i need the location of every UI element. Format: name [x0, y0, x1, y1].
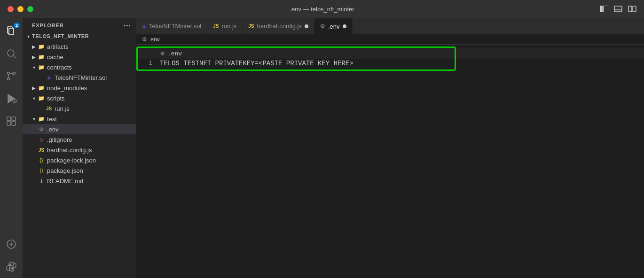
- contracts-arrow: ▾: [30, 63, 38, 71]
- git-icon: ◇: [38, 136, 45, 143]
- svg-point-10: [8, 72, 10, 75]
- svg-point-21: [10, 264, 11, 265]
- source-control-badge: 2: [14, 23, 20, 28]
- sidebar-title: Explorer: [32, 23, 64, 28]
- sidebar-item-contracts[interactable]: ▾ 📁 contracts: [23, 62, 136, 72]
- activity-python[interactable]: [0, 255, 23, 278]
- tab-telosnftminter-sol[interactable]: ◈ TelosNFTMinter.sol: [136, 18, 207, 34]
- node-modules-label: node_modules: [47, 85, 87, 92]
- activity-explorer[interactable]: 2: [0, 20, 23, 42]
- folder-icon: 📁: [38, 94, 45, 102]
- inner-breadcrumb-path: .env: [167, 50, 182, 57]
- cache-label: cache: [47, 54, 63, 61]
- env-label: .env: [47, 126, 59, 133]
- editor-content[interactable]: ⚙ .env 1 TELOS_TESTNET_PRIVATEKEY=<PASTE…: [136, 45, 644, 278]
- sidebar-header: Explorer ⋯: [23, 18, 136, 31]
- sidebar-header-icons: ⋯: [123, 22, 131, 29]
- breadcrumb: ⚙ .env: [136, 34, 644, 45]
- tab-js-icon: JS: [213, 23, 219, 29]
- contracts-label: contracts: [47, 64, 72, 71]
- activity-run-debug[interactable]: [0, 87, 23, 110]
- svg-point-11: [8, 78, 10, 80]
- tab-run-js-label: run.js: [221, 23, 236, 30]
- js-icon: JS: [45, 105, 53, 112]
- hardhat-js-icon: JS: [38, 146, 45, 154]
- tab-run-js[interactable]: JS run.js: [207, 18, 243, 34]
- svg-rect-19: [7, 122, 11, 125]
- svg-rect-7: [9, 28, 14, 35]
- traffic-lights: [8, 6, 33, 12]
- scripts-arrow: ▾: [30, 94, 38, 102]
- folder-icon: 📁: [38, 53, 45, 61]
- sidebar-item-node-modules[interactable]: ▶ 📁 node_modules: [23, 83, 136, 93]
- sidebar-toggle-icon[interactable]: [600, 6, 608, 12]
- panel-toggle-icon[interactable]: [614, 6, 622, 12]
- sidebar-item-test[interactable]: ▾ 📁 test: [23, 114, 136, 124]
- activity-extensions[interactable]: [0, 110, 23, 132]
- cache-arrow: ▶: [30, 53, 38, 61]
- readme-label: README.md: [47, 178, 83, 185]
- inner-breadcrumb-icon: ⚙: [161, 50, 165, 57]
- root-folder-label: TELOS_NFT_MINTER: [32, 33, 89, 39]
- svg-rect-5: [633, 6, 636, 12]
- breadcrumb-icon: ⚙: [142, 36, 147, 43]
- svg-rect-1: [604, 6, 608, 12]
- pkg-json-icon: {}: [38, 167, 45, 174]
- svg-point-12: [13, 72, 16, 75]
- root-folder[interactable]: ▾ TELOS_NFT_MINTER: [23, 31, 136, 41]
- svg-rect-0: [600, 6, 603, 12]
- sidebar-item-run-js[interactable]: ▶ JS run.js: [23, 103, 136, 114]
- activity-search[interactable]: [0, 42, 23, 65]
- sidebar-item-hardhat-config[interactable]: ▶ JS hardhat.config.js: [23, 145, 136, 155]
- svg-rect-18: [12, 117, 16, 121]
- new-file-icon[interactable]: ⋯: [123, 22, 131, 29]
- svg-point-22: [12, 269, 13, 270]
- sidebar-item-cache[interactable]: ▶ 📁 cache: [23, 52, 136, 62]
- tab-hardhat-js-icon: JS: [248, 23, 254, 29]
- artifacts-label: artifacts: [47, 43, 69, 50]
- activity-source-control[interactable]: [0, 65, 23, 87]
- layout-icon[interactable]: [628, 6, 636, 12]
- minimize-button[interactable]: [17, 6, 24, 12]
- node-modules-arrow: ▶: [30, 84, 38, 92]
- tab-env[interactable]: ⚙ .env: [314, 18, 353, 34]
- close-button[interactable]: [8, 6, 14, 12]
- scripts-label: scripts: [47, 95, 65, 102]
- sidebar: Explorer ⋯ ▾ TELOS_NFT_MINTER ▶ 📁 artifa…: [23, 18, 136, 278]
- svg-rect-17: [7, 117, 11, 121]
- tab-sol-icon: ◈: [142, 23, 146, 30]
- maximize-button[interactable]: [27, 6, 33, 12]
- tab-bar: ◈ TelosNFTMinter.sol JS run.js JS hardha…: [136, 18, 644, 34]
- tab-hardhat-config[interactable]: JS hardhat.config.js: [243, 18, 314, 34]
- sidebar-item-scripts[interactable]: ▾ 📁 scripts: [23, 93, 136, 103]
- sidebar-item-package-lock[interactable]: ▶ {} package-lock.json: [23, 155, 136, 165]
- svg-point-8: [8, 50, 14, 56]
- sol-label: TelosNFTMinter.sol: [55, 74, 107, 81]
- title-bar: .env — telos_nft_minter: [0, 0, 644, 18]
- artifacts-arrow: ▶: [30, 43, 38, 50]
- breadcrumb-path: .env: [149, 36, 160, 43]
- sidebar-item-gitignore[interactable]: ▶ ◇ .gitignore: [23, 134, 136, 145]
- readme-icon: ℹ: [38, 177, 45, 185]
- editor-inner-breadcrumb: ⚙ .env: [136, 48, 644, 59]
- folder-icon: 📁: [38, 63, 45, 71]
- tab-env-dirty-dot: [343, 24, 346, 28]
- window-title: .env — telos_nft_minter: [290, 6, 354, 13]
- tab-hardhat-dirty-dot: [305, 24, 308, 28]
- main-layout: 2: [0, 18, 644, 278]
- sidebar-item-artifacts[interactable]: ▶ 📁 artifacts: [23, 41, 136, 52]
- tab-env-label: .env: [328, 23, 340, 30]
- tab-hardhat-label: hardhat.config.js: [257, 23, 302, 30]
- sidebar-item-readme[interactable]: ▶ ℹ README.md: [23, 176, 136, 186]
- pkg-lock-label: package-lock.json: [47, 157, 96, 164]
- test-label: test: [47, 116, 57, 123]
- folder-arrow: ▾: [24, 32, 32, 40]
- sidebar-item-package-json[interactable]: ▶ {} package.json: [23, 165, 136, 176]
- test-arrow: ▾: [30, 115, 38, 123]
- activity-remote[interactable]: [0, 233, 23, 255]
- run-js-label: run.js: [55, 105, 70, 112]
- sidebar-item-telosnftminter-sol[interactable]: ▶ ◈ TelosNFTMinter.sol: [23, 72, 136, 83]
- folder-icon: 📁: [38, 115, 45, 123]
- sidebar-item-env[interactable]: ▶ ⚙ .env: [23, 124, 136, 134]
- folder-icon: 📁: [38, 43, 45, 50]
